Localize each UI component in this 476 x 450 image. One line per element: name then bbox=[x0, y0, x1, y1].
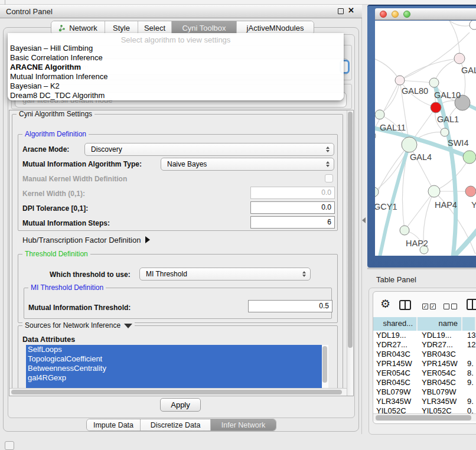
column-header-shared-name[interactable]: shared... bbox=[373, 317, 418, 331]
manual-kernel-checkbox[interactable] bbox=[325, 174, 333, 182]
control-panel-titlebar: Control Panel ✕ bbox=[0, 5, 362, 18]
tab-network-label: Network bbox=[69, 24, 97, 32]
svg-text:Y: Y bbox=[471, 200, 476, 210]
zoom-traffic-light[interactable] bbox=[403, 11, 410, 18]
network-canvas[interactable]: GAL7GAL80GAL10GAL1GAL11GAL4SWI4GCY1HAP4Y… bbox=[375, 21, 476, 256]
console-grip-icon[interactable] bbox=[5, 441, 14, 450]
algorithm-definition-title: Algorithm Definition bbox=[22, 130, 89, 138]
algorithm-dropdown: Select algorithm to view settings Bayesi… bbox=[8, 33, 344, 100]
table-row[interactable]: YER054CYER054C8. bbox=[373, 369, 476, 378]
table-cell: YER054C bbox=[373, 369, 419, 378]
table-row[interactable]: YBR045CYBR045C9. bbox=[373, 378, 476, 387]
bottom-tabbar: Impute Data Discretize Data Infer Networ… bbox=[86, 419, 276, 431]
attributes-scrollbar[interactable] bbox=[322, 345, 328, 388]
aracne-mode-combobox[interactable]: Discovery bbox=[84, 143, 334, 156]
dropdown-item[interactable]: Bayesian – K2 bbox=[10, 81, 60, 91]
kernel-width-label: Kernel Width (0,1): bbox=[22, 190, 85, 198]
expand-right-icon bbox=[145, 236, 150, 243]
close-traffic-light[interactable] bbox=[380, 11, 387, 18]
table-icon[interactable] bbox=[467, 299, 476, 310]
deselect-checkbox-icon[interactable] bbox=[444, 304, 449, 309]
table-cell: YDL19... bbox=[419, 331, 464, 340]
table-cell: YDR27... bbox=[373, 340, 419, 350]
mi-type-combobox[interactable]: Naive Bayes bbox=[161, 158, 334, 171]
svg-text:GAL10: GAL10 bbox=[434, 90, 461, 100]
table-cell: YBL079W bbox=[419, 387, 464, 397]
table-row[interactable]: YBL079WYBL079W bbox=[373, 387, 476, 397]
network-icon bbox=[58, 24, 66, 32]
tab-network[interactable]: Network bbox=[51, 21, 105, 34]
table-row[interactable]: YPR145WYPR145W9. bbox=[373, 359, 476, 369]
deselect-checkbox-icon[interactable] bbox=[451, 304, 457, 309]
which-threshold-combobox[interactable]: MI Threshold bbox=[139, 268, 311, 281]
table-cell: 0. bbox=[464, 406, 476, 413]
svg-text:SWI4: SWI4 bbox=[448, 138, 468, 148]
apply-button[interactable]: Apply bbox=[160, 398, 201, 412]
settings-vertical-scrollbar[interactable] bbox=[347, 110, 353, 396]
column-header-name[interactable]: name bbox=[418, 317, 462, 331]
table-cell: 12 bbox=[464, 340, 476, 350]
table-row[interactable]: YIL052CYIL052C0. bbox=[373, 406, 476, 413]
panel-collapse-arrow[interactable] bbox=[362, 217, 366, 223]
tab-cyni-toolbox[interactable]: Cyni Toolbox bbox=[172, 21, 237, 34]
dpi-tolerance-field[interactable]: 0.0 bbox=[250, 201, 335, 214]
table-body[interactable]: YDL19...YDL19...13YDR27...YDR27...12YBR0… bbox=[373, 331, 476, 413]
table-cell: YLR345W bbox=[373, 397, 419, 406]
attribute-item[interactable]: SelfLoops bbox=[26, 345, 322, 354]
dropdown-item[interactable]: Dream8 DC_TDC Algorithm bbox=[10, 91, 105, 100]
table-row[interactable]: YLR345WYLR345W9. bbox=[373, 397, 476, 406]
window-shadow bbox=[367, 268, 476, 269]
select-all-checkbox-icon[interactable]: ✓ bbox=[430, 304, 436, 309]
table-row[interactable]: YBR043CYBR043C bbox=[373, 350, 476, 359]
tab-impute-data[interactable]: Impute Data bbox=[87, 419, 141, 431]
dropdown-item[interactable]: Basic Correlation Inference bbox=[10, 53, 103, 63]
dropdown-item[interactable]: Mutual Information Inference bbox=[10, 72, 107, 81]
tab-discretize-data[interactable]: Discretize Data bbox=[141, 419, 211, 431]
table-cell: YIL052C bbox=[373, 406, 419, 413]
network-graph: GAL7GAL80GAL10GAL1GAL11GAL4SWI4GCY1HAP4Y… bbox=[375, 21, 476, 256]
dropdown-item-selected[interactable]: ARACNE Algorithm bbox=[10, 63, 81, 72]
dpi-tolerance-label: DPI Tolerance [0,1]: bbox=[22, 204, 88, 213]
table-cell: YBR045C bbox=[373, 378, 419, 387]
gear-icon[interactable]: ⚙ bbox=[380, 297, 390, 310]
hub-definition-toggle[interactable]: Hub/Transcription Factor Definition bbox=[22, 236, 150, 244]
table-cell: YDL19... bbox=[373, 331, 419, 340]
data-attributes-list[interactable]: SelfLoopsTopologicalCoefficientBetweenne… bbox=[26, 345, 322, 388]
settings-horizontal-scrollbar[interactable] bbox=[9, 388, 347, 396]
table-horizontal-scrollbar[interactable] bbox=[373, 413, 476, 421]
mi-threshold-title: MI Threshold Definition bbox=[28, 283, 106, 292]
mi-steps-field[interactable]: 6 bbox=[250, 216, 335, 229]
table-cell: 9. bbox=[464, 397, 476, 406]
tab-select[interactable]: Select bbox=[138, 21, 172, 34]
sources-title[interactable]: Sources for Network Inference bbox=[22, 321, 135, 330]
kernel-width-field[interactable]: 0.0 bbox=[250, 187, 335, 199]
which-threshold-label: Which threshold to use: bbox=[50, 270, 131, 279]
attribute-item[interactable]: gal4RGexp bbox=[26, 373, 322, 383]
float-window-icon[interactable] bbox=[338, 8, 344, 14]
attribute-item[interactable]: TopologicalCoefficient bbox=[26, 354, 322, 364]
tab-jactivemnodules[interactable]: jActiveMNodules bbox=[237, 21, 314, 34]
column-header-partial[interactable] bbox=[462, 317, 476, 331]
minimize-traffic-light[interactable] bbox=[392, 11, 399, 18]
table-row[interactable]: YDL19...YDL19...13 bbox=[373, 331, 476, 340]
close-icon[interactable]: ✕ bbox=[348, 6, 354, 15]
tab-infer-network[interactable]: Infer Network bbox=[211, 419, 276, 431]
mi-steps-label: Mutual Information Steps: bbox=[22, 219, 110, 227]
network-view-window: GAL7GAL80GAL10GAL1GAL11GAL4SWI4GCY1HAP4Y… bbox=[367, 5, 476, 268]
control-panel-title: Control Panel bbox=[6, 7, 53, 16]
table-cell: YBL079W bbox=[373, 387, 419, 397]
tab-style[interactable]: Style bbox=[105, 21, 138, 34]
table-cell: YER054C bbox=[419, 369, 464, 378]
table-cell: YBR045C bbox=[419, 378, 464, 387]
select-all-checkbox-icon[interactable]: ✓ bbox=[422, 304, 428, 309]
dropdown-item[interactable]: Bayesian – Hill Climbing bbox=[10, 44, 93, 53]
mi-threshold-field[interactable]: 0.5 bbox=[248, 300, 332, 312]
table-cell: YPR145W bbox=[419, 359, 464, 369]
table-row[interactable]: YDR27...YDR27...12 bbox=[373, 340, 476, 350]
table-cell: 8. bbox=[464, 369, 476, 378]
columns-icon[interactable] bbox=[399, 300, 411, 310]
attribute-item[interactable]: BetweennessCentrality bbox=[26, 364, 322, 373]
table-cell bbox=[464, 387, 476, 397]
data-attributes-label: Data Attributes bbox=[22, 335, 75, 344]
svg-text:HAP2: HAP2 bbox=[406, 239, 428, 248]
